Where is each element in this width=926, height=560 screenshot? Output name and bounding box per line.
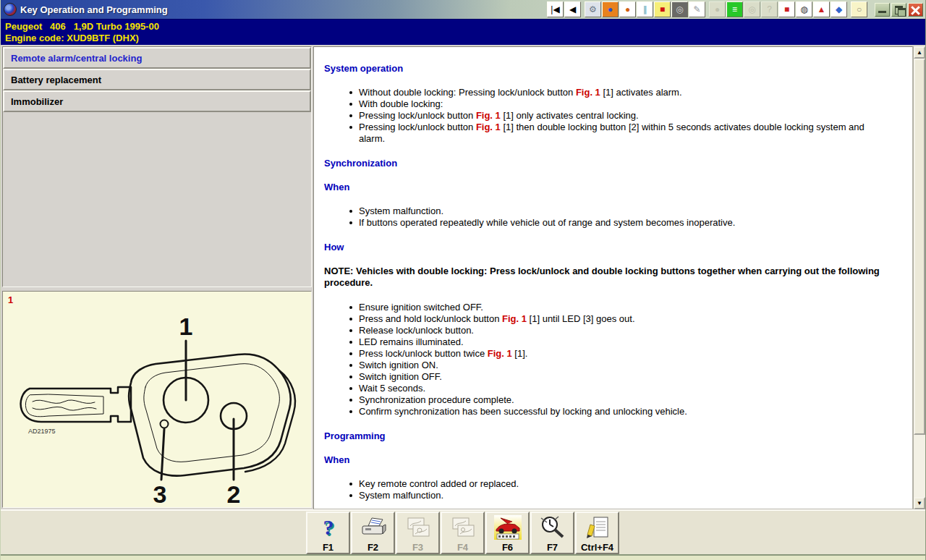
function-button-label: F3 [412,542,423,553]
section-heading: When [324,182,892,192]
technical-globe-icon[interactable]: ● [602,1,619,17]
topic-label: Immobilizer [11,96,63,107]
key-diagram: 1 3 2 AD21975 [4,293,310,507]
vertical-scrollbar: ▲ ▼ [913,46,925,509]
app-logo-icon [4,3,17,16]
section-heading: How [324,242,892,253]
bullet-item: LED remains illuminated. [349,336,892,348]
workshop-tools-icon[interactable]: ⚙ [585,1,601,17]
topic-item-immobilizer[interactable]: Immobilizer [3,90,311,112]
bullet-item: System malfunction. [349,490,892,501]
bullet-text: Switch ignition ON. [359,360,438,370]
topic-item-battery-replacement[interactable]: Battery replacement [3,69,311,90]
edit-document-icon [583,515,612,541]
warning-triangle-icon[interactable]: ▲ [813,1,830,17]
figure-reference-link[interactable]: Fig. 1 [576,87,600,98]
topic-label: Remote alarm/central locking [11,53,142,64]
minimize-button[interactable] [875,3,890,17]
bullet-text: Ensure ignition switched OFF. [359,302,483,313]
bullet-text: [1] until LED [3] goes out. [527,313,635,324]
function-button-f4: F4 [441,512,485,554]
topic-label: Battery replacement [11,75,101,85]
bullet-item: Switch ignition ON. [349,360,892,371]
first-page-icon[interactable]: |◀ [547,1,564,17]
section-heading: When [324,454,892,465]
engine-management-icon[interactable]: ◆ [831,1,847,17]
scrollbar-track[interactable] [914,435,925,497]
function-button-label: F1 [323,542,334,553]
service-schedule-icon[interactable]: ■ [778,1,795,17]
function-button-label: Ctrl+F4 [581,542,613,553]
figure-next-icon [449,515,477,541]
bullet-item: Confirm synchronization has been success… [349,406,892,417]
injection-icon[interactable]: ✎ [689,1,705,17]
bullet-text: Release lock/unlock button. [359,325,474,336]
bullet-list: System malfunction.If buttons operated r… [349,205,892,229]
section-heading: Synchronization [324,158,892,169]
gauge-icon[interactable]: ◍ [796,1,812,17]
back-icon[interactable]: ◀ [564,1,581,17]
bullet-text: Confirm synchronization has been success… [359,406,687,417]
function-button-label: F6 [502,542,513,553]
bullet-item: Switch ignition OFF. [349,371,892,383]
left-panel: Remote alarm/central lockingBattery repl… [1,45,312,509]
bullet-text: Without double locking: Pressing lock/un… [359,87,576,98]
engine-code-line: Engine code: XUD9BTF (DHX) [5,33,925,44]
bullet-text: Wait 5 seconds. [359,383,425,394]
figure-panel: 1 [2,291,312,508]
bullet-list: Without double locking: Pressing lock/un… [349,87,892,145]
function-button-f3: F3 [396,512,440,554]
figure-reference-link[interactable]: Fig. 1 [502,313,527,324]
bullet-item: Synchronization procedure complete. [349,394,892,406]
figure-code: AD21975 [28,428,56,435]
content-area: System operationWithout double locking: … [313,46,913,509]
section-heading: Programming [324,430,892,441]
close-button[interactable] [908,3,923,17]
function-button-ctrl-f4[interactable]: Ctrl+F4 [575,512,619,554]
scroll-down-button[interactable]: ▼ [914,497,925,509]
figure-number: 1 [8,294,13,305]
car-body-icon[interactable]: ■ [654,1,671,17]
figure-reference-link[interactable]: Fig. 1 [476,122,501,132]
topic-item-remote-alarm-central-locking[interactable]: Remote alarm/central locking [3,47,311,69]
timer-icon[interactable]: ○ [851,1,867,17]
function-button-label: F4 [457,542,468,553]
bullet-text: LED remains illuminated. [359,336,464,347]
bullet-text: System malfunction. [359,205,443,216]
svg-text:?: ? [323,516,334,539]
function-button-f7[interactable]: F7 [530,512,574,554]
bullet-item: Wait 5 seconds. [349,383,892,394]
function-button-f2[interactable]: F2 [351,512,395,554]
bullet-item: Release lock/unlock button. [349,325,892,336]
bullet-item: If buttons operated repeatedly while veh… [349,217,892,229]
section-heading: System operation [324,63,892,74]
bullet-text: Pressing lock/unlock button [359,122,476,132]
topic-list: Remote alarm/central lockingBattery repl… [2,46,312,287]
main-area: Remote alarm/central lockingBattery repl… [1,45,925,509]
bullet-item: System malfunction. [349,205,892,217]
function-button-f6[interactable]: F6 [485,512,530,554]
vehicle-model-line: Peugeot 406 1,9D Turbo 1995-00 [5,21,925,33]
key-remote-icon[interactable]: ● [619,1,636,17]
print-active-icon[interactable]: ≡ [726,1,743,17]
bullet-text: System malfunction. [359,490,443,501]
bullet-item: Key remote control added or replaced. [349,478,892,490]
wheels-tyres-icon[interactable]: ◎ [671,1,688,17]
bullet-text: [1] only activates central locking. [501,110,639,121]
function-button-f1[interactable]: ??F1 [306,512,350,554]
scroll-up-button[interactable]: ▲ [914,46,925,59]
bullet-item: Without double locking: Pressing lock/un… [349,87,892,98]
bullet-item: Press lock/unlock button twice Fig. 1 [1… [349,348,892,360]
bullet-text: [1]. [512,348,528,359]
bullet-list: Ensure ignition switched OFF.Press and h… [349,302,892,417]
figure-reference-link[interactable]: Fig. 1 [488,348,512,359]
restore-button[interactable] [891,3,906,17]
bullet-text: Press and hold lock/unlock button [359,313,502,324]
callout-1: 1 [179,313,193,340]
scrollbar-thumb[interactable] [914,59,925,435]
costs-grey-icon: ◎ [744,1,760,17]
bullet-list: Key remote control added or replaced.Sys… [349,478,892,501]
shock-absorber-icon[interactable]: ∥ [637,1,653,17]
figure-reference-link[interactable]: Fig. 1 [476,110,501,121]
bullet-text: With double locking: [359,98,443,109]
